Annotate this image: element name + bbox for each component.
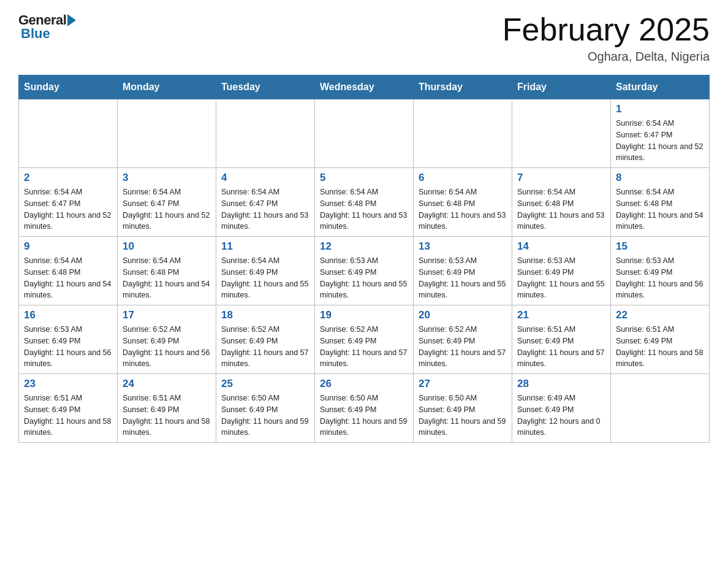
week-row-5: 23Sunrise: 6:51 AMSunset: 6:49 PMDayligh… [19,374,710,443]
cell-sun-info: Sunrise: 6:53 AMSunset: 6:49 PMDaylight:… [419,255,507,301]
logo-blue-text: Blue [21,26,50,42]
cell-day-number: 7 [517,172,605,184]
cell-sun-info: Sunrise: 6:53 AMSunset: 6:49 PMDaylight:… [24,324,112,370]
cell-sun-info: Sunrise: 6:54 AMSunset: 6:47 PMDaylight:… [24,186,112,232]
calendar-cell: 2Sunrise: 6:54 AMSunset: 6:47 PMDaylight… [19,168,118,237]
cell-sun-info: Sunrise: 6:52 AMSunset: 6:49 PMDaylight:… [123,324,211,370]
cell-day-number: 24 [123,378,211,390]
cell-day-number: 22 [616,309,704,321]
cell-day-number: 26 [320,378,408,390]
calendar-cell: 28Sunrise: 6:49 AMSunset: 6:49 PMDayligh… [512,374,611,443]
calendar-cell: 22Sunrise: 6:51 AMSunset: 6:49 PMDayligh… [611,305,710,374]
cell-day-number: 2 [24,172,112,184]
cell-day-number: 11 [221,240,309,253]
calendar-cell: 3Sunrise: 6:54 AMSunset: 6:47 PMDaylight… [118,168,216,237]
cell-day-number: 14 [517,240,605,253]
calendar-cell: 20Sunrise: 6:52 AMSunset: 6:49 PMDayligh… [414,305,512,374]
calendar-cell: 4Sunrise: 6:54 AMSunset: 6:47 PMDaylight… [216,168,315,237]
cell-sun-info: Sunrise: 6:54 AMSunset: 6:48 PMDaylight:… [320,186,408,232]
calendar-cell [414,99,512,168]
cell-sun-info: Sunrise: 6:54 AMSunset: 6:48 PMDaylight:… [616,186,704,232]
cell-sun-info: Sunrise: 6:52 AMSunset: 6:49 PMDaylight:… [320,324,408,370]
cell-sun-info: Sunrise: 6:50 AMSunset: 6:49 PMDaylight:… [221,393,309,439]
calendar-cell [315,99,414,168]
page-header: General Blue February 2025 Oghara, Delta… [18,12,710,64]
week-row-1: 1Sunrise: 6:54 AMSunset: 6:47 PMDaylight… [19,99,710,168]
calendar-cell: 6Sunrise: 6:54 AMSunset: 6:48 PMDaylight… [414,168,512,237]
calendar-cell: 24Sunrise: 6:51 AMSunset: 6:49 PMDayligh… [118,374,216,443]
cell-sun-info: Sunrise: 6:53 AMSunset: 6:49 PMDaylight:… [320,255,408,301]
calendar-cell: 11Sunrise: 6:54 AMSunset: 6:49 PMDayligh… [216,237,315,305]
cell-day-number: 20 [419,309,507,321]
cell-sun-info: Sunrise: 6:54 AMSunset: 6:47 PMDaylight:… [123,186,211,232]
calendar-cell: 9Sunrise: 6:54 AMSunset: 6:48 PMDaylight… [19,237,118,305]
calendar-cell: 13Sunrise: 6:53 AMSunset: 6:49 PMDayligh… [414,237,512,305]
cell-sun-info: Sunrise: 6:50 AMSunset: 6:49 PMDaylight:… [320,393,408,439]
calendar-cell: 27Sunrise: 6:50 AMSunset: 6:49 PMDayligh… [414,374,512,443]
calendar-cell: 26Sunrise: 6:50 AMSunset: 6:49 PMDayligh… [315,374,414,443]
week-row-4: 16Sunrise: 6:53 AMSunset: 6:49 PMDayligh… [19,305,710,374]
cell-day-number: 1 [616,103,704,115]
cell-sun-info: Sunrise: 6:54 AMSunset: 6:48 PMDaylight:… [419,186,507,232]
cell-day-number: 21 [517,309,605,321]
calendar-cell: 8Sunrise: 6:54 AMSunset: 6:48 PMDaylight… [611,168,710,237]
calendar-cell: 15Sunrise: 6:53 AMSunset: 6:49 PMDayligh… [611,237,710,305]
calendar-cell: 16Sunrise: 6:53 AMSunset: 6:49 PMDayligh… [19,305,118,374]
subtitle: Oghara, Delta, Nigeria [502,50,710,64]
calendar-cell [611,374,710,443]
title-block: February 2025 Oghara, Delta, Nigeria [502,12,710,64]
cell-sun-info: Sunrise: 6:54 AMSunset: 6:48 PMDaylight:… [517,186,605,232]
cell-sun-info: Sunrise: 6:51 AMSunset: 6:49 PMDaylight:… [123,393,211,439]
cell-day-number: 3 [123,172,211,184]
cell-day-number: 13 [419,240,507,253]
calendar-cell [19,99,118,168]
calendar-cell [216,99,315,168]
calendar-cell: 10Sunrise: 6:54 AMSunset: 6:48 PMDayligh… [118,237,216,305]
cell-day-number: 12 [320,240,408,253]
cell-day-number: 16 [24,309,112,321]
calendar-cell: 18Sunrise: 6:52 AMSunset: 6:49 PMDayligh… [216,305,315,374]
calendar-cell: 25Sunrise: 6:50 AMSunset: 6:49 PMDayligh… [216,374,315,443]
cell-sun-info: Sunrise: 6:51 AMSunset: 6:49 PMDaylight:… [616,324,704,370]
week-row-2: 2Sunrise: 6:54 AMSunset: 6:47 PMDaylight… [19,168,710,237]
weekday-header-tuesday: Tuesday [216,75,315,99]
calendar-cell: 19Sunrise: 6:52 AMSunset: 6:49 PMDayligh… [315,305,414,374]
calendar-cell: 23Sunrise: 6:51 AMSunset: 6:49 PMDayligh… [19,374,118,443]
calendar-cell: 12Sunrise: 6:53 AMSunset: 6:49 PMDayligh… [315,237,414,305]
cell-day-number: 19 [320,309,408,321]
calendar-cell: 21Sunrise: 6:51 AMSunset: 6:49 PMDayligh… [512,305,611,374]
cell-sun-info: Sunrise: 6:54 AMSunset: 6:47 PMDaylight:… [616,118,704,164]
cell-day-number: 9 [24,240,112,253]
cell-sun-info: Sunrise: 6:49 AMSunset: 6:49 PMDaylight:… [517,393,605,439]
logo: General Blue [18,12,76,42]
cell-sun-info: Sunrise: 6:52 AMSunset: 6:49 PMDaylight:… [221,324,309,370]
cell-sun-info: Sunrise: 6:54 AMSunset: 6:48 PMDaylight:… [123,255,211,301]
cell-sun-info: Sunrise: 6:54 AMSunset: 6:49 PMDaylight:… [221,255,309,301]
week-row-3: 9Sunrise: 6:54 AMSunset: 6:48 PMDaylight… [19,237,710,305]
cell-day-number: 6 [419,172,507,184]
cell-sun-info: Sunrise: 6:54 AMSunset: 6:48 PMDaylight:… [24,255,112,301]
cell-sun-info: Sunrise: 6:52 AMSunset: 6:49 PMDaylight:… [419,324,507,370]
cell-sun-info: Sunrise: 6:51 AMSunset: 6:49 PMDaylight:… [517,324,605,370]
calendar-cell [118,99,216,168]
cell-day-number: 15 [616,240,704,253]
cell-day-number: 18 [221,309,309,321]
calendar-table: SundayMondayTuesdayWednesdayThursdayFrid… [18,75,710,443]
weekday-header-saturday: Saturday [611,75,710,99]
weekday-header-friday: Friday [512,75,611,99]
calendar-cell: 7Sunrise: 6:54 AMSunset: 6:48 PMDaylight… [512,168,611,237]
weekday-header-row: SundayMondayTuesdayWednesdayThursdayFrid… [19,75,710,99]
cell-sun-info: Sunrise: 6:53 AMSunset: 6:49 PMDaylight:… [517,255,605,301]
cell-sun-info: Sunrise: 6:50 AMSunset: 6:49 PMDaylight:… [419,393,507,439]
cell-day-number: 23 [24,378,112,390]
cell-sun-info: Sunrise: 6:51 AMSunset: 6:49 PMDaylight:… [24,393,112,439]
cell-sun-info: Sunrise: 6:53 AMSunset: 6:49 PMDaylight:… [616,255,704,301]
cell-day-number: 10 [123,240,211,253]
calendar-cell: 14Sunrise: 6:53 AMSunset: 6:49 PMDayligh… [512,237,611,305]
main-title: February 2025 [502,12,710,47]
calendar-cell [512,99,611,168]
cell-day-number: 17 [123,309,211,321]
calendar-cell: 5Sunrise: 6:54 AMSunset: 6:48 PMDaylight… [315,168,414,237]
calendar-cell: 1Sunrise: 6:54 AMSunset: 6:47 PMDaylight… [611,99,710,168]
weekday-header-thursday: Thursday [414,75,512,99]
